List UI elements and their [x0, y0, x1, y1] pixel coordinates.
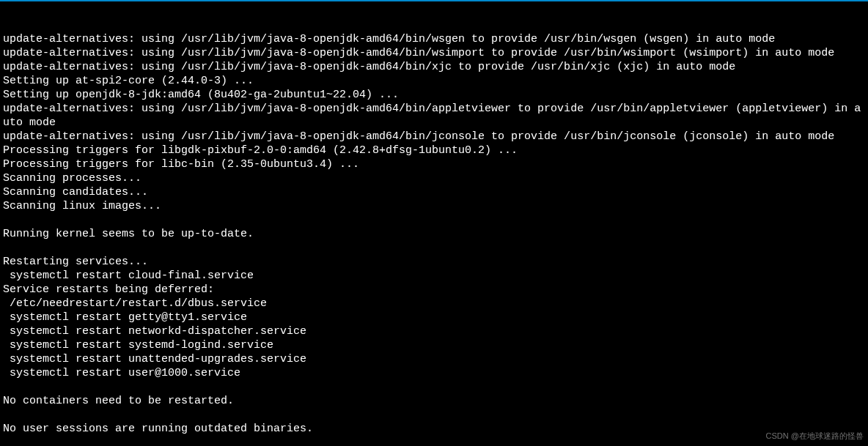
terminal-line: update-alternatives: using /usr/lib/jvm/…: [3, 60, 865, 74]
terminal-line: systemctl restart systemd-logind.service: [3, 338, 865, 352]
terminal-line: [3, 408, 865, 422]
terminal-line: Processing triggers for libgdk-pixbuf-2.…: [3, 144, 865, 157]
terminal-line: systemctl restart unattended-upgrades.se…: [3, 352, 865, 366]
terminal-line: Scanning candidates...: [3, 185, 865, 199]
terminal-line: Setting up at-spi2-core (2.44.0-3) ...: [3, 74, 865, 88]
terminal-line: Restarting services...: [3, 255, 865, 269]
terminal-line: systemctl restart user@1000.service: [3, 366, 865, 380]
terminal-output: update-alternatives: using /usr/lib/jvm/…: [3, 32, 865, 446]
terminal-line: No user sessions are running outdated bi…: [3, 422, 865, 436]
terminal-line: Service restarts being deferred:: [3, 283, 865, 297]
terminal-line: [3, 241, 865, 255]
terminal-line: update-alternatives: using /usr/lib/jvm/…: [3, 102, 865, 130]
terminal-line: update-alternatives: using /usr/lib/jvm/…: [3, 32, 865, 46]
terminal-line: Setting up openjdk-8-jdk:amd64 (8u402-ga…: [3, 88, 865, 102]
terminal-window[interactable]: update-alternatives: using /usr/lib/jvm/…: [0, 0, 868, 446]
terminal-line: [3, 380, 865, 394]
terminal-line: /etc/needrestart/restart.d/dbus.service: [3, 297, 865, 311]
terminal-line: update-alternatives: using /usr/lib/jvm/…: [3, 46, 865, 60]
terminal-line: update-alternatives: using /usr/lib/jvm/…: [3, 130, 865, 144]
watermark-text: CSDN @在地球迷路的怪兽: [766, 429, 864, 443]
terminal-line: No containers need to be restarted.: [3, 394, 865, 408]
terminal-line: Processing triggers for libc-bin (2.35-0…: [3, 157, 865, 171]
terminal-line: Scanning linux images...: [3, 199, 865, 213]
terminal-line: [3, 213, 865, 227]
terminal-line: systemctl restart cloud-final.service: [3, 269, 865, 283]
terminal-line: Scanning processes...: [3, 171, 865, 185]
terminal-line: systemctl restart networkd-dispatcher.se…: [3, 324, 865, 338]
terminal-line: systemctl restart getty@tty1.service: [3, 311, 865, 324]
terminal-line: Running kernel seems to be up-to-date.: [3, 227, 865, 241]
terminal-line: [3, 436, 865, 446]
